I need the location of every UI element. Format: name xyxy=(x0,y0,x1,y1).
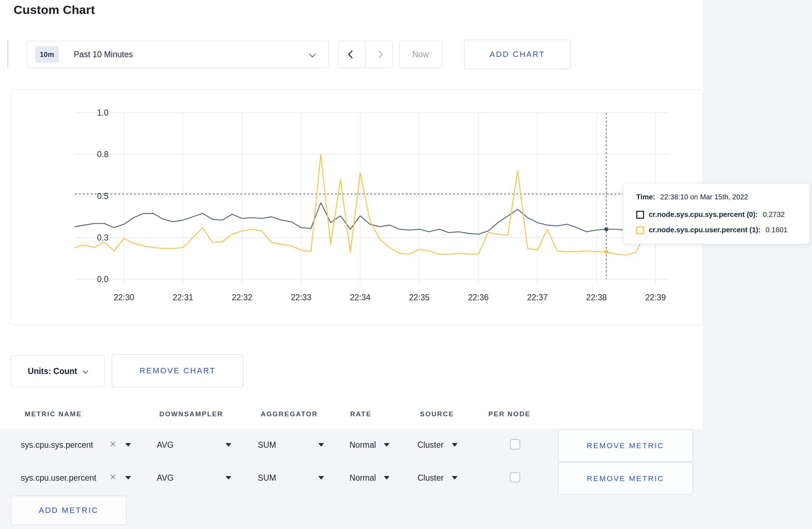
toolbar-left-divider xyxy=(8,40,8,68)
rate-value[interactable]: Normal xyxy=(349,440,376,450)
svg-text:22:39: 22:39 xyxy=(645,293,666,302)
remove-chart-button[interactable]: REMOVE CHART xyxy=(112,354,243,387)
clear-metric-icon[interactable]: ✕ xyxy=(110,472,116,482)
svg-text:22:38: 22:38 xyxy=(586,293,607,302)
svg-text:22:34: 22:34 xyxy=(350,293,371,302)
aggregator-caret-icon[interactable] xyxy=(318,476,324,480)
time-window-badge: 10m xyxy=(35,46,59,63)
downsampler-caret-icon[interactable] xyxy=(226,476,231,480)
tooltip-series-name: cr.node.sys.cpu.user.percent (1): xyxy=(649,226,760,234)
svg-text:0.8: 0.8 xyxy=(97,150,108,159)
col-header-per-node: PER NODE xyxy=(488,410,531,418)
add-metric-label: ADD METRIC xyxy=(39,506,98,515)
metric-name-value: sys.cpu.user.percent xyxy=(21,473,96,483)
time-window-label: Past 10 Minutes xyxy=(74,50,133,59)
chevron-down-icon xyxy=(83,368,88,374)
metric-select-caret-icon[interactable] xyxy=(125,476,131,480)
aggregator-caret-icon[interactable] xyxy=(318,443,324,447)
add-metric-button[interactable]: ADD METRIC xyxy=(11,496,126,525)
tooltip-time-label: Time: xyxy=(636,193,655,201)
rate-caret-icon[interactable] xyxy=(384,476,390,480)
series-swatch-icon xyxy=(636,211,644,219)
custom-chart-page: Custom Chart 10m Past 10 Minutes Now ADD… xyxy=(0,0,812,529)
tooltip-series-value: 0.1601 xyxy=(765,226,787,234)
col-header-downsampler: DOWNSAMPLER xyxy=(159,410,223,418)
svg-text:22:37: 22:37 xyxy=(527,293,548,302)
svg-text:22:32: 22:32 xyxy=(232,293,252,302)
remove-metric-label: REMOVE METRIC xyxy=(587,474,664,483)
svg-text:22:35: 22:35 xyxy=(409,293,430,302)
per-node-checkbox[interactable] xyxy=(510,439,520,450)
svg-text:0.0: 0.0 xyxy=(97,275,108,284)
units-dropdown[interactable]: Units: Count xyxy=(11,355,105,387)
chart-hover-tooltip: Time: 22:38:10 on Mar 15th, 2022 cr.node… xyxy=(623,183,810,244)
chevron-right-icon xyxy=(375,50,383,59)
svg-text:1.0: 1.0 xyxy=(97,108,108,117)
source-value[interactable]: Cluster xyxy=(417,440,444,450)
col-header-source: SOURCE xyxy=(420,410,454,418)
tooltip-series-row: cr.node.sys.cpu.sys.percent (0): 0.2732 xyxy=(636,210,809,219)
svg-text:22:31: 22:31 xyxy=(173,293,193,302)
tooltip-time-value: 22:38:10 on Mar 15th, 2022 xyxy=(660,193,748,201)
downsampler-value[interactable]: AVG xyxy=(157,473,174,483)
aggregator-value[interactable]: SUM xyxy=(258,440,276,450)
remove-metric-button[interactable]: REMOVE METRIC xyxy=(558,429,693,462)
now-button-label: Now xyxy=(412,50,429,59)
rate-caret-icon[interactable] xyxy=(384,443,390,447)
time-window-pager xyxy=(338,41,393,68)
metric-select-caret-icon[interactable] xyxy=(125,443,131,447)
source-value[interactable]: Cluster xyxy=(417,473,444,483)
chart-card: 0.00.30.50.81.022:3022:3122:3222:3322:34… xyxy=(11,89,703,325)
rate-value[interactable]: Normal xyxy=(349,473,376,483)
next-time-button[interactable] xyxy=(366,41,392,68)
prev-time-button[interactable] xyxy=(338,41,366,68)
source-caret-icon[interactable] xyxy=(452,476,458,480)
chart-canvas[interactable]: 0.00.30.50.81.022:3022:3122:3222:3322:34… xyxy=(11,90,703,325)
units-label: Units: Count xyxy=(28,367,77,376)
time-window-dropdown[interactable]: 10m Past 10 Minutes xyxy=(27,41,329,68)
downsampler-caret-icon[interactable] xyxy=(226,443,231,447)
tooltip-series-value: 0.2732 xyxy=(763,210,785,219)
col-header-metric-name: METRIC NAME xyxy=(25,410,82,418)
per-node-checkbox[interactable] xyxy=(510,472,520,482)
downsampler-value[interactable]: AVG xyxy=(157,440,174,450)
clear-metric-icon[interactable]: ✕ xyxy=(110,440,116,449)
add-chart-button[interactable]: ADD CHART xyxy=(464,40,571,69)
page-title: Custom Chart xyxy=(14,3,95,17)
svg-text:22:30: 22:30 xyxy=(113,293,134,302)
now-button[interactable]: Now xyxy=(399,41,442,68)
metric-name-value: sys.cpu.sys.percent xyxy=(21,440,93,450)
remove-metric-button[interactable]: REMOVE METRIC xyxy=(558,462,693,495)
tooltip-series-row: cr.node.sys.cpu.user.percent (1): 0.1601 xyxy=(636,226,809,234)
remove-chart-label: REMOVE CHART xyxy=(140,366,216,375)
chevron-down-icon xyxy=(309,51,315,57)
add-chart-label: ADD CHART xyxy=(490,50,545,59)
svg-text:0.3: 0.3 xyxy=(97,233,108,242)
tooltip-series-name: cr.node.sys.cpu.sys.percent (0): xyxy=(649,210,758,219)
source-caret-icon[interactable] xyxy=(452,443,458,447)
chevron-left-icon xyxy=(348,50,356,59)
remove-metric-label: REMOVE METRIC xyxy=(587,441,664,450)
col-header-aggregator: AGGREGATOR xyxy=(261,410,318,418)
col-header-rate: RATE xyxy=(350,410,372,418)
aggregator-value[interactable]: SUM xyxy=(258,473,276,483)
svg-text:22:33: 22:33 xyxy=(291,293,311,302)
svg-text:22:36: 22:36 xyxy=(468,293,489,302)
svg-text:0.5: 0.5 xyxy=(97,191,108,201)
tooltip-time-row: Time: 22:38:10 on Mar 15th, 2022 xyxy=(636,193,809,201)
series-swatch-icon xyxy=(636,226,644,234)
